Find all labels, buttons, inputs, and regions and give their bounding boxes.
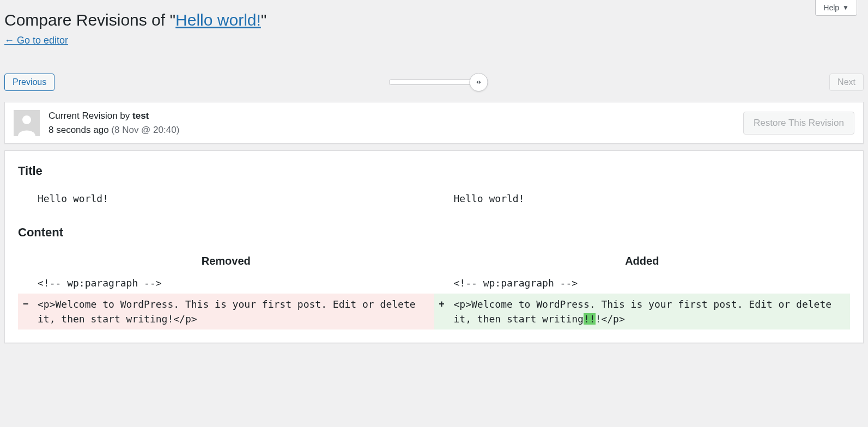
revision-author-line: Current Revision by test <box>48 109 743 123</box>
slider-grip-icon <box>474 78 483 87</box>
diff-content-heading: Content <box>18 225 850 240</box>
diff-removed-line: <p>Welcome to WordPress. This is your fi… <box>33 294 434 330</box>
diff-added-before: <p>Welcome to WordPress. This is your fi… <box>454 298 832 325</box>
title-prefix: Compare Revisions of " <box>4 11 175 29</box>
revision-meta-text: Current Revision by test 8 seconds ago (… <box>48 109 743 137</box>
table-row: − <p>Welcome to WordPress. This is your … <box>18 294 850 330</box>
avatar-placeholder-icon <box>14 110 40 136</box>
avatar <box>14 110 40 136</box>
diff-panel: Title Hello world! Hello world! Content … <box>4 150 864 343</box>
slider-track[interactable] <box>389 80 479 85</box>
diff-marker <box>434 188 450 209</box>
revision-date: (8 Nov @ 20:40) <box>111 125 179 135</box>
diff-context-left: <!-- wp:paragraph --> <box>33 272 434 294</box>
revision-slider[interactable] <box>389 80 479 85</box>
table-row: <!-- wp:paragraph --> <!-- wp:paragraph … <box>18 272 850 294</box>
help-label: Help <box>823 3 839 12</box>
removed-column-header: Removed <box>18 249 434 272</box>
help-tab[interactable]: Help ▼ <box>815 0 857 16</box>
revision-time-line: 8 seconds ago (8 Nov @ 20:40) <box>48 123 743 137</box>
revision-by-prefix: Current Revision by <box>48 111 132 121</box>
revision-time-ago: 8 seconds ago <box>48 125 111 135</box>
added-column-header: Added <box>434 249 851 272</box>
previous-button[interactable]: Previous <box>4 74 54 91</box>
post-title-link[interactable]: Hello world! <box>175 11 261 29</box>
diff-title-right: Hello world! <box>450 188 851 209</box>
diff-marker <box>434 272 450 294</box>
next-button: Next <box>829 74 864 91</box>
go-to-editor-link[interactable]: ← Go to editor <box>0 35 72 46</box>
diff-title-left: Hello world! <box>33 188 434 209</box>
revision-author: test <box>132 111 149 121</box>
diff-added-highlight: !! <box>584 313 596 325</box>
table-row: Hello world! Hello world! <box>18 188 850 209</box>
revision-controls: Previous Next <box>0 74 868 91</box>
diff-minus-marker: − <box>18 294 33 330</box>
diff-title-table: Hello world! Hello world! <box>18 188 850 209</box>
title-suffix: " <box>261 11 267 29</box>
diff-title-heading: Title <box>18 164 850 178</box>
restore-revision-button: Restore This Revision <box>743 112 854 135</box>
diff-content-table: Removed Added <!-- wp:paragraph --> <!--… <box>18 249 850 330</box>
diff-marker <box>18 188 33 209</box>
diff-added-after: !</p> <box>596 313 625 325</box>
diff-plus-marker: + <box>434 294 450 330</box>
diff-context-right: <!-- wp:paragraph --> <box>450 272 851 294</box>
svg-point-1 <box>22 115 31 124</box>
page-title: Compare Revisions of "Hello world!" <box>0 0 868 35</box>
slider-handle[interactable] <box>469 73 488 91</box>
table-row: Removed Added <box>18 249 850 272</box>
diff-marker <box>18 272 33 294</box>
diff-added-line: <p>Welcome to WordPress. This is your fi… <box>450 294 851 330</box>
chevron-down-icon: ▼ <box>842 4 849 11</box>
revision-meta: Current Revision by test 8 seconds ago (… <box>4 102 864 144</box>
